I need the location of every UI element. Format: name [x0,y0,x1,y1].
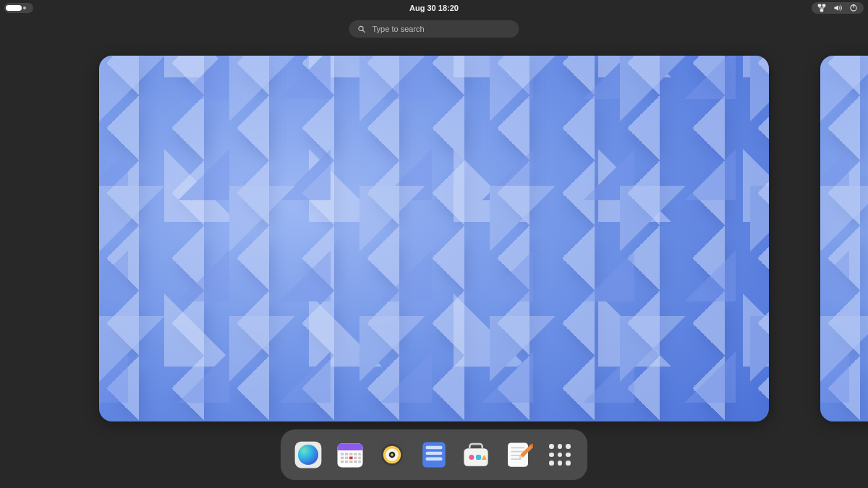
calendar-icon [335,440,365,470]
svg-rect-11 [338,448,363,450]
svg-rect-4 [853,4,854,8]
software-icon [461,440,491,470]
dock-app-editor[interactable] [501,437,535,472]
svg-point-39 [469,455,474,460]
clock[interactable]: Aug 30 18:20 [409,4,459,12]
svg-rect-0 [818,4,822,7]
svg-rect-37 [426,458,443,461]
wallpaper [99,56,769,421]
svg-line-6 [363,30,365,32]
workspace-indicator[interactable] [4,3,33,13]
network-wired-icon [817,4,826,12]
svg-point-8 [298,445,318,465]
svg-rect-12 [341,453,344,455]
svg-rect-23 [345,461,348,463]
svg-rect-16 [358,453,361,455]
dock-app-calendar[interactable] [333,437,367,472]
svg-rect-17 [341,457,344,460]
svg-rect-35 [426,446,443,449]
search-input[interactable] [373,25,511,33]
workspace-dot-active [6,5,22,11]
svg-rect-40 [476,455,481,460]
svg-rect-24 [349,461,352,463]
svg-rect-1 [822,4,826,7]
app-grid-icon [549,444,571,466]
svg-rect-18 [345,457,348,460]
dock-app-todo[interactable] [417,437,451,472]
svg-rect-13 [345,453,348,455]
text-editor-icon [503,440,533,470]
dash [281,429,587,480]
workspace-thumbnail-2[interactable] [820,56,868,421]
workspace-dot-inactive [23,7,26,9]
svg-rect-36 [426,452,443,455]
power-icon [849,4,858,12]
svg-rect-15 [354,453,357,455]
dock-app-music[interactable] [375,437,409,472]
dock-app-web[interactable] [291,437,326,472]
svg-rect-14 [349,453,352,455]
show-applications-button[interactable] [542,437,577,472]
svg-rect-20 [354,457,357,460]
svg-rect-26 [358,461,361,463]
top-panel: Aug 30 18:20 [0,0,868,16]
volume-icon [833,4,842,12]
svg-rect-21 [358,457,361,460]
status-menu[interactable] [812,2,864,14]
todo-icon [419,440,449,470]
svg-rect-22 [341,461,344,463]
svg-point-33 [391,453,393,456]
svg-point-5 [359,26,363,30]
web-browser-icon [293,440,323,470]
svg-rect-2 [820,9,824,12]
workspace-thumbnail-1[interactable] [99,56,769,421]
search-icon [358,25,366,33]
dock-app-software[interactable] [459,437,493,472]
svg-rect-27 [349,457,352,460]
overview-search[interactable] [349,20,519,38]
svg-rect-25 [354,461,357,463]
wallpaper [820,56,868,421]
music-icon [377,440,407,470]
